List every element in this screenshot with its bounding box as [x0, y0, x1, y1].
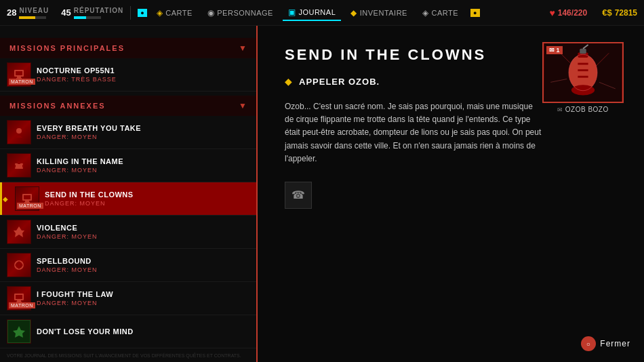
mission-every-breath[interactable]: EVERY BREATH YOU TAKE DANGER: MOYEN: [0, 116, 256, 149]
every-breath-icon-inner: [7, 121, 31, 144]
spellbound-icon-inner: [7, 254, 31, 277]
dont-lose-icon-inner: [7, 320, 31, 343]
mission-killing-strip: [0, 149, 2, 182]
mission-nocturne-info: NOCTURNE OP55N1 DANGER: TRÈS BASSE: [37, 66, 251, 83]
svg-rect-7: [14, 165, 16, 167]
left-panel: MISSIONS PRINCIPALES ▼ MATRON NOCTURNE O…: [0, 26, 258, 362]
left-panel-top-spacer: [0, 26, 256, 33]
mission-killing-icon: [7, 153, 31, 178]
mission-i-fought-info: I FOUGHT THE LAW DANGER: MOYEN: [37, 290, 251, 306]
mission-i-fought-strip: [0, 282, 2, 315]
mission-i-fought-danger: DANGER: MOYEN: [37, 300, 251, 306]
call-button[interactable]: ☎: [285, 182, 312, 209]
rep-label: RÉPUTATION: [74, 7, 124, 14]
active-mission-marker: ◆: [3, 195, 8, 203]
mission-send-clowns-icon: MATRON: [15, 186, 39, 211]
close-label: Fermer: [600, 339, 630, 348]
level-label: NIVEAU: [19, 7, 49, 14]
mission-every-breath-icon: [7, 120, 31, 144]
nav-separator-1: [130, 6, 131, 20]
mission-violence-info: VIOLENCE DANGER: MOYEN: [37, 224, 251, 240]
spellbound-svg: [12, 258, 26, 272]
mission-dont-lose-icon: [7, 319, 31, 344]
contact-thumbnail: ✉ 1: [542, 42, 624, 113]
secondary-missions-header[interactable]: MISSIONS ANNEXES ▼: [0, 96, 256, 116]
close-button[interactable]: ○ Fermer: [581, 336, 630, 351]
svg-marker-13: [14, 226, 24, 237]
mission-send-clowns[interactable]: ◆ MATRON SEND IN THE CLOWNS DANGER: MOYE…: [0, 182, 256, 216]
level-bar-fill: [19, 16, 35, 19]
mission-dont-lose[interactable]: DON'T LOSE YOUR MIND: [0, 315, 256, 348]
contact-badge: ✉ 1: [546, 46, 563, 54]
svg-rect-1: [16, 71, 22, 75]
svg-rect-25: [580, 49, 586, 54]
mission-violence-strip: [0, 216, 2, 248]
nav-personnage[interactable]: ◉ PERSONNAGE: [202, 5, 279, 20]
dont-lose-svg: [12, 325, 26, 338]
svg-point-4: [16, 128, 22, 134]
notification-yellow: ●: [470, 9, 479, 17]
svg-rect-29: [578, 76, 588, 78]
objective-text: APPELER OZOB.: [299, 77, 380, 87]
svg-rect-18: [16, 295, 22, 299]
mission-spellbound-icon: [7, 253, 31, 277]
health-icon: ♥: [549, 7, 555, 18]
objective-icon: ◆: [285, 76, 292, 87]
killing-svg: [12, 159, 26, 172]
nav-carte2[interactable]: ◈ CARTE: [417, 5, 464, 20]
journal-icon: ▣: [288, 7, 296, 17]
mission-nocturne[interactable]: MATRON NOCTURNE OP55N1 DANGER: TRÈS BASS…: [0, 58, 256, 92]
eddies-value: 72815: [615, 8, 637, 18]
svg-point-30: [571, 85, 595, 95]
rep-block: 45 RÉPUTATION: [61, 7, 123, 19]
contact-name-text: OZOB BOZO: [565, 106, 609, 113]
mission-killing[interactable]: KILLING IN THE NAME DANGER: MOYEN: [0, 149, 256, 182]
main-missions-header[interactable]: MISSIONS PRINCIPALES ▼: [0, 38, 256, 58]
mission-every-breath-name: EVERY BREATH YOU TAKE: [37, 124, 251, 132]
mission-spellbound-danger: DANGER: MOYEN: [37, 266, 251, 273]
level-block: 28 NIVEAU: [7, 7, 49, 19]
topbar: 28 NIVEAU 45 RÉPUTATION ● ◈ CARTE ◉ P: [0, 0, 644, 26]
main-layout: MISSIONS PRINCIPALES ▼ MATRON NOCTURNE O…: [0, 26, 644, 362]
nav-inventaire[interactable]: ◆ INVENTAIRE: [345, 5, 413, 20]
call-icon: ☎: [291, 188, 305, 201]
mission-send-clowns-name: SEND IN THE CLOWNS: [45, 190, 251, 199]
svg-rect-10: [24, 195, 31, 199]
mission-violence[interactable]: VIOLENCE DANGER: MOYEN: [0, 216, 256, 249]
nav-journal[interactable]: ▣ JOURNAL: [283, 5, 341, 21]
close-circle-icon: ○: [586, 340, 591, 348]
violence-svg: [12, 225, 26, 239]
health-value: 146/220: [558, 8, 587, 18]
mission-every-breath-info: EVERY BREATH YOU TAKE DANGER: MOYEN: [37, 124, 251, 140]
nav-carte1-label: CARTE: [165, 9, 193, 17]
mission-nocturne-danger: DANGER: TRÈS BASSE: [37, 76, 251, 83]
level-bar: [19, 16, 46, 19]
svg-rect-5: [15, 163, 23, 169]
send-clowns-matron-badge: MATRON: [17, 203, 43, 209]
eddies-icon: €$: [602, 7, 611, 18]
bottom-info-text: VOTRE JOURNAL DES MISSIONS SUIT L'AVANCE…: [0, 348, 256, 362]
level-number: 28: [7, 7, 16, 18]
notification-cyan: ●: [138, 9, 146, 17]
mission-spellbound-strip: [0, 249, 2, 281]
nocturne-matron-badge: MATRON: [9, 79, 35, 85]
mission-send-clowns-danger: DANGER: MOYEN: [45, 200, 251, 207]
mission-violence-name: VIOLENCE: [37, 224, 251, 232]
mission-i-fought[interactable]: MATRON I FOUGHT THE LAW DANGER: MOYEN: [0, 282, 256, 315]
close-icon-circle: ○: [581, 336, 596, 351]
right-panel: ✉ 1: [258, 26, 644, 362]
stats-group: 28 NIVEAU 45 RÉPUTATION: [7, 7, 123, 19]
nav-personnage-label: PERSONNAGE: [217, 9, 273, 17]
mission-nocturne-name: NOCTURNE OP55N1: [37, 66, 251, 75]
mission-every-breath-strip: [0, 116, 2, 148]
rep-bar: [74, 16, 101, 19]
mission-killing-danger: DANGER: MOYEN: [37, 167, 251, 174]
mission-every-breath-danger: DANGER: MOYEN: [37, 134, 251, 140]
mission-i-fought-name: I FOUGHT THE LAW: [37, 290, 251, 298]
nav-carte1[interactable]: ◈ CARTE: [151, 5, 198, 20]
contact-name: ✉ OZOB BOZO: [542, 106, 624, 113]
main-missions-arrow: ▼: [239, 43, 247, 53]
killing-icon-inner: [7, 154, 31, 177]
mission-spellbound[interactable]: SPELLBOUND DANGER: MOYEN: [0, 249, 256, 282]
svg-marker-21: [13, 326, 25, 338]
